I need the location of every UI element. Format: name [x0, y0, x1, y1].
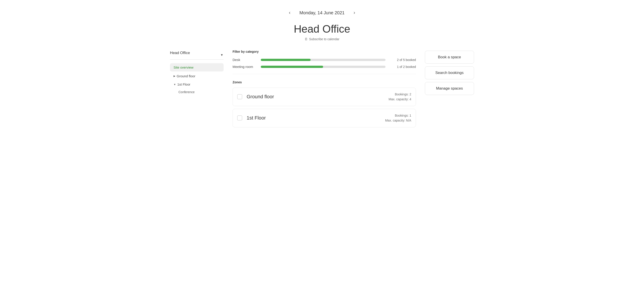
desk-booked-count: 2 of 5 booked — [389, 58, 416, 62]
filter-section-label: Filter by category — [232, 50, 416, 53]
desk-progress-bar — [261, 59, 386, 61]
filter-category-name: Meeting room — [232, 65, 257, 69]
manage-spaces-button[interactable]: Manage spaces — [425, 82, 474, 95]
sidebar-nav: Site overview ▶ Ground floor ▼ 1st Floor… — [170, 63, 224, 95]
subscribe-calendar-link[interactable]: 🗓 Subscribe to calendar — [304, 37, 339, 41]
prev-date-button[interactable]: ‹ — [287, 9, 292, 16]
filter-category-name: Desk — [232, 58, 257, 62]
zone-meta-ground-floor: Bookings: 2 Max. capacity: 4 — [389, 92, 411, 102]
zone-card-ground-floor[interactable]: Ground floor Bookings: 2 Max. capacity: … — [232, 88, 416, 106]
meeting-room-progress-bar — [261, 66, 386, 68]
zones-section-label: Zones — [232, 80, 416, 84]
next-date-button[interactable]: › — [352, 9, 357, 16]
right-sidebar: Book a space Search bookings Manage spac… — [425, 50, 474, 127]
chevron-right-icon: ▶ — [174, 75, 175, 77]
main-layout: Head Office ▾ Site overview ▶ Ground flo… — [161, 50, 483, 127]
sidebar: Head Office ▾ Site overview ▶ Ground flo… — [170, 50, 224, 127]
calendar-icon: 🗓 — [304, 37, 308, 41]
zone-meta-1st-floor: Bookings: 1 Max. capacity: N/A — [385, 113, 411, 123]
sidebar-item-site-overview[interactable]: Site overview — [170, 63, 224, 71]
page-title: Head Office — [294, 23, 350, 35]
zone-name-ground-floor: Ground floor — [247, 94, 389, 100]
desk-progress-fill — [261, 59, 310, 61]
zone-name-1st-floor: 1st Floor — [247, 115, 385, 121]
meeting-room-booked-count: 1 of 2 booked — [389, 65, 416, 69]
date-label: Monday, 14 June 2021 — [300, 10, 344, 15]
zone-capacity-ground-floor: Max. capacity: 4 — [389, 97, 411, 102]
zone-cards: Ground floor Bookings: 2 Max. capacity: … — [232, 88, 416, 127]
zone-checkbox-1st-floor[interactable] — [237, 115, 242, 120]
zone-bookings-ground-floor: Bookings: 2 — [389, 92, 411, 97]
sidebar-floor-label: 1st Floor — [177, 82, 190, 86]
sidebar-item-conference[interactable]: Conference — [170, 89, 224, 95]
search-bookings-button[interactable]: Search bookings — [425, 66, 474, 79]
chevron-down-icon: ▼ — [174, 83, 176, 86]
sidebar-floor-label: Ground floor — [177, 74, 195, 78]
zone-checkbox-ground-floor[interactable] — [237, 94, 242, 99]
book-space-button[interactable]: Book a space — [425, 51, 474, 64]
filter-row-meeting-room: Meeting room 1 of 2 booked — [232, 65, 416, 69]
meeting-room-progress-fill — [261, 66, 323, 68]
site-selector[interactable]: Head Office — [170, 50, 224, 56]
zone-bookings-1st-floor: Bookings: 1 — [385, 113, 411, 118]
content-area: Filter by category Desk 2 of 5 booked Me… — [232, 50, 416, 127]
sidebar-item-1st-floor[interactable]: ▼ 1st Floor — [170, 81, 224, 88]
subscribe-text: Subscribe to calendar — [309, 37, 339, 41]
filter-rows: Desk 2 of 5 booked Meeting room 1 of 2 b… — [232, 58, 416, 74]
zone-capacity-1st-floor: Max. capacity: N/A — [385, 118, 411, 123]
zone-card-1st-floor[interactable]: 1st Floor Bookings: 1 Max. capacity: N/A — [232, 109, 416, 127]
filter-row-desk: Desk 2 of 5 booked — [232, 58, 416, 62]
date-navigation: ‹ Monday, 14 June 2021 › — [287, 9, 357, 16]
site-selector-wrapper: Head Office ▾ — [170, 50, 224, 60]
sidebar-item-ground-floor[interactable]: ▶ Ground floor — [170, 72, 224, 80]
